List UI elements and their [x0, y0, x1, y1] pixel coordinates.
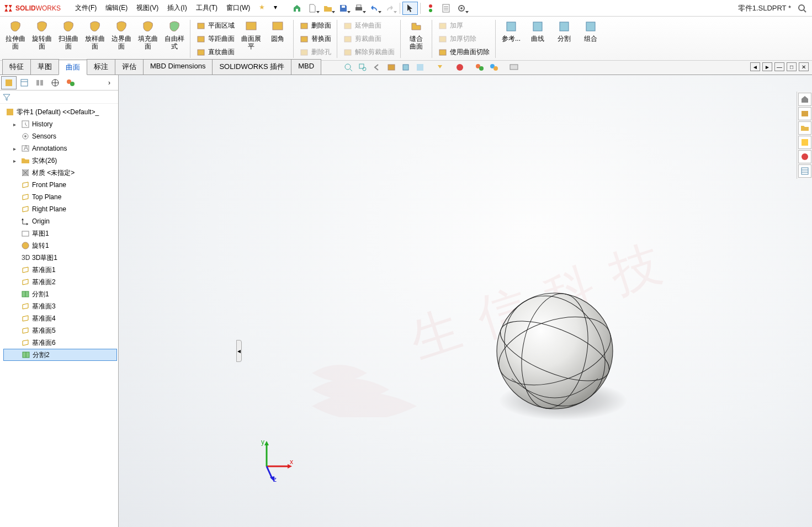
tree-node[interactable]: 基准面2 — [3, 276, 117, 288]
ribbon-large-button[interactable]: 扫描曲 面 — [55, 18, 82, 60]
tree-node[interactable]: 基准面4 — [3, 312, 117, 324]
taskpane-home-button[interactable] — [798, 93, 811, 106]
zoom-area-button[interactable] — [357, 61, 369, 73]
ribbon-large-button[interactable]: 圆角 — [264, 18, 291, 60]
orientation-triad[interactable]: x y z — [256, 439, 294, 483]
menu-item[interactable]: 文件(F) — [71, 1, 101, 15]
configuration-manager-tab[interactable] — [32, 76, 47, 89]
command-tab[interactable]: MBD — [291, 59, 321, 74]
tree-node[interactable]: Top Plane — [3, 191, 117, 203]
menu-favorite-icon[interactable]: ★ — [254, 1, 269, 15]
ribbon-row-button[interactable]: 等距曲面 — [195, 33, 236, 45]
menu-item[interactable]: 编辑(E) — [101, 1, 132, 15]
view-settings-button[interactable] — [488, 61, 500, 73]
expand-tabs-button[interactable]: › — [102, 76, 117, 89]
tree-node[interactable]: Origin — [3, 215, 117, 227]
ribbon-large-button[interactable]: 自由样 式 — [161, 18, 188, 60]
ribbon-row-button[interactable]: 删除面 — [298, 20, 332, 32]
tree-node[interactable]: 草图1 — [3, 227, 117, 239]
model-sphere[interactable] — [494, 290, 615, 412]
tree-node[interactable]: 基准面1 — [3, 264, 117, 276]
tree-node[interactable]: 旋转1 — [3, 239, 117, 252]
command-tab[interactable]: 特征 — [2, 59, 31, 74]
prev-window-button[interactable]: ◄ — [750, 62, 760, 71]
menu-item[interactable]: 工具(T) — [192, 1, 222, 15]
taskpane-appearances-button[interactable] — [798, 150, 811, 163]
maximize-window-button[interactable]: □ — [787, 62, 797, 71]
undo-button[interactable] — [367, 2, 382, 15]
taskpane-file-explorer-button[interactable] — [798, 121, 811, 135]
tree-node[interactable]: 基准面3 — [3, 300, 117, 312]
taskpane-view-palette-button[interactable] — [798, 136, 811, 149]
tree-node[interactable]: ▸History — [3, 118, 117, 130]
menu-more-button[interactable]: ▾ — [269, 1, 282, 15]
tree-node[interactable]: Front Plane — [3, 179, 117, 191]
options-button[interactable] — [454, 2, 469, 15]
display-manager-tab[interactable] — [63, 76, 78, 89]
tree-node[interactable]: Right Plane — [3, 203, 117, 215]
command-tab[interactable]: 曲面 — [59, 60, 87, 75]
feature-tree[interactable]: 零件1 (Default) <<Default>_ ▸HistorySensor… — [0, 104, 118, 519]
tree-node[interactable]: 分割2 — [3, 349, 117, 361]
minimize-window-button[interactable]: — — [774, 62, 784, 71]
tree-node[interactable]: Sensors — [3, 130, 117, 142]
tree-node[interactable]: ▸AAnnotations — [3, 142, 117, 155]
ribbon-large-button[interactable]: 曲线 — [524, 18, 551, 60]
feature-tree-tab[interactable] — [1, 76, 17, 89]
command-tab[interactable]: 评估 — [115, 59, 144, 74]
command-tab[interactable]: 草图 — [30, 59, 59, 74]
close-window-button[interactable]: ✕ — [799, 62, 809, 71]
edit-appearance-button[interactable] — [454, 61, 466, 73]
ribbon-large-button[interactable]: 放样曲 面 — [82, 18, 108, 60]
ribbon-row-button[interactable]: 平面区域 — [195, 20, 236, 32]
tree-node[interactable]: 3D3D草图1 — [3, 252, 117, 264]
section-view-button[interactable] — [385, 61, 397, 73]
ribbon-large-button[interactable]: 分割 — [551, 18, 577, 60]
hide-show-button[interactable] — [434, 61, 446, 73]
tree-root-node[interactable]: 零件1 (Default) <<Default>_ — [3, 106, 117, 118]
ribbon-row-button[interactable]: 直纹曲面 — [195, 46, 236, 58]
ribbon-large-button[interactable]: 填充曲 面 — [135, 18, 161, 60]
ribbon-large-button[interactable]: 曲面展 平 — [238, 18, 264, 60]
ribbon-row-button[interactable]: 使用曲面切除 — [437, 46, 491, 58]
display-style-button[interactable] — [414, 61, 426, 73]
taskpane-library-button[interactable] — [798, 107, 811, 120]
tree-node[interactable]: ▸实体(26) — [3, 155, 117, 167]
view-orientation-button[interactable] — [400, 61, 412, 73]
ribbon-large-button[interactable]: 旋转曲 面 — [29, 18, 55, 60]
document-properties-button[interactable] — [438, 2, 454, 15]
tree-node[interactable]: 基准面6 — [3, 337, 117, 349]
tree-node[interactable]: 分割1 — [3, 288, 117, 300]
next-window-button[interactable]: ► — [762, 62, 772, 71]
menu-item[interactable]: 窗口(W) — [222, 1, 254, 15]
command-tab[interactable]: 标注 — [87, 59, 115, 74]
tree-node[interactable]: 材质 <未指定> — [3, 167, 117, 179]
filter-icon[interactable] — [2, 93, 11, 102]
taskpane-custom-properties-button[interactable] — [798, 164, 811, 178]
ribbon-large-button[interactable]: 参考... — [498, 18, 524, 60]
command-tab[interactable]: MBD Dimensions — [143, 59, 213, 74]
ribbon-row-button[interactable]: 替换面 — [298, 33, 332, 45]
apply-scene-button[interactable] — [474, 61, 486, 73]
command-tab[interactable]: SOLIDWORKS 插件 — [212, 59, 291, 74]
redo-button[interactable] — [382, 2, 397, 15]
ribbon-large-button[interactable]: 缝合 曲面 — [403, 18, 429, 60]
ribbon-large-button[interactable]: 组合 — [577, 18, 604, 60]
select-button[interactable] — [402, 2, 418, 15]
open-button[interactable] — [320, 2, 336, 15]
save-button[interactable] — [336, 2, 351, 15]
tree-node[interactable]: 基准面5 — [3, 324, 117, 337]
menu-item[interactable]: 视图(V) — [132, 1, 163, 15]
ribbon-large-button[interactable]: 边界曲 面 — [108, 18, 135, 60]
new-button[interactable] — [305, 2, 320, 15]
panel-splitter-handle[interactable]: ◂ — [236, 340, 242, 362]
home-button[interactable] — [289, 2, 305, 15]
property-manager-tab[interactable] — [17, 76, 32, 89]
rebuild-button[interactable] — [423, 2, 438, 15]
search-button[interactable] — [798, 4, 809, 13]
render-button[interactable] — [508, 61, 520, 73]
menu-item[interactable]: 插入(I) — [163, 1, 191, 15]
ribbon-large-button[interactable]: 拉伸曲 面 — [2, 18, 29, 60]
previous-view-button[interactable] — [371, 61, 383, 73]
dimxpert-manager-tab[interactable] — [47, 76, 63, 89]
